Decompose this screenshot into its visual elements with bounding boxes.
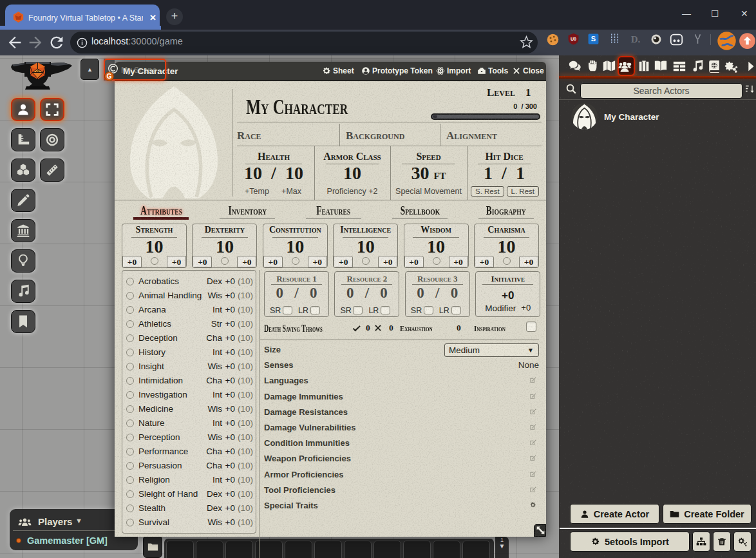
svg-text:U0: U0	[571, 37, 576, 42]
svg-text:D.: D.	[631, 34, 641, 44]
svg-text:S: S	[591, 35, 596, 43]
svg-text:20: 20	[36, 69, 40, 73]
